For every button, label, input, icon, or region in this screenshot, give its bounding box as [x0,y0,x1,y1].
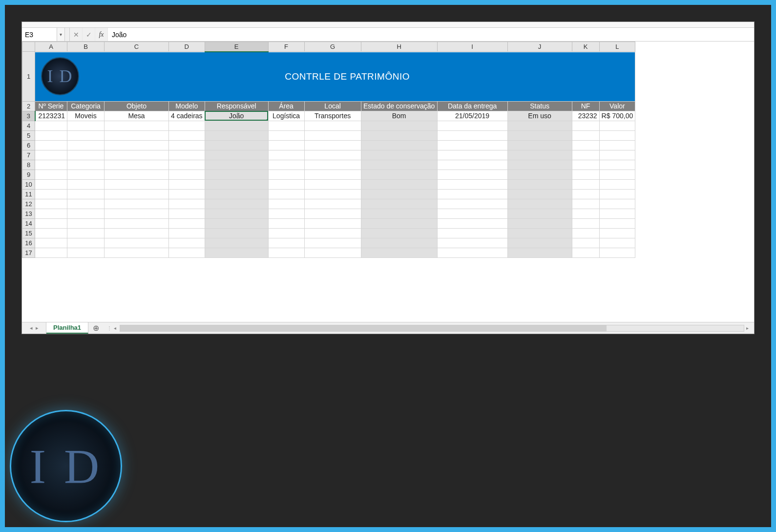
table-cell[interactable] [35,160,67,170]
fx-icon[interactable]: fx [95,28,108,41]
row-header[interactable]: 9 [22,170,35,179]
table-cell[interactable] [304,150,361,160]
table-cell[interactable] [35,170,67,179]
table-cell[interactable] [304,170,361,179]
row-header[interactable]: 10 [22,179,35,189]
table-cell[interactable] [437,228,507,238]
table-cell[interactable] [507,209,572,218]
table-cell[interactable] [268,170,304,179]
table-cell[interactable] [572,150,599,160]
table-cell[interactable] [268,150,304,160]
row-header[interactable]: 8 [22,160,35,170]
table-cell[interactable] [105,170,169,179]
table-cell[interactable] [205,160,268,170]
table-cell[interactable] [304,209,361,218]
table-cell[interactable] [205,209,268,218]
table-cell[interactable] [67,150,105,160]
table-cell[interactable] [361,150,437,160]
table-cell[interactable] [304,189,361,199]
table-cell[interactable]: 23232 [572,111,599,121]
table-cell[interactable] [361,248,437,257]
table-cell[interactable] [572,238,599,248]
table-cell[interactable] [205,228,268,238]
table-cell[interactable] [437,199,507,209]
table-cell[interactable] [35,130,67,140]
column-header[interactable]: H [361,42,437,52]
table-cell[interactable] [105,209,169,218]
table-cell[interactable] [169,130,205,140]
table-cell[interactable] [205,218,268,228]
row-header[interactable]: 1 [22,52,35,102]
row-header[interactable]: 5 [22,130,35,140]
table-cell[interactable] [67,140,105,150]
table-cell[interactable] [507,228,572,238]
table-cell[interactable] [169,199,205,209]
table-cell[interactable] [67,130,105,140]
table-cell[interactable] [205,170,268,179]
row-header[interactable]: 16 [22,238,35,248]
column-header[interactable]: E [205,42,268,52]
table-cell[interactable] [599,160,635,170]
table-cell[interactable] [268,199,304,209]
table-cell[interactable] [105,199,169,209]
table-cell[interactable] [169,248,205,257]
row-header[interactable]: 15 [22,228,35,238]
grid-area[interactable]: ABCDEFGHIJKL1I DCONTRLE DE PATRIMÔNIO2Nº… [22,42,754,322]
table-cell[interactable] [105,121,169,130]
table-cell[interactable] [572,170,599,179]
table-cell[interactable] [35,228,67,238]
table-cell[interactable] [105,189,169,199]
table-cell[interactable] [507,130,572,140]
table-cell[interactable] [35,140,67,150]
table-cell[interactable] [304,238,361,248]
table-cell[interactable] [507,170,572,179]
table-column-header[interactable]: Nº Serie [35,101,67,111]
table-cell[interactable] [169,150,205,160]
select-all-corner[interactable] [22,42,35,52]
table-cell[interactable] [572,179,599,189]
table-cell[interactable] [572,199,599,209]
table-cell[interactable] [268,238,304,248]
table-cell[interactable] [599,209,635,218]
table-cell[interactable] [507,189,572,199]
table-cell[interactable]: R$ 700,00 [599,111,635,121]
table-cell[interactable] [67,189,105,199]
table-cell[interactable]: Em uso [507,111,572,121]
table-cell[interactable] [304,140,361,150]
name-box[interactable]: E3 [22,28,57,41]
scroll-right-icon[interactable]: ▸ [746,325,750,331]
table-cell[interactable] [304,121,361,130]
table-cell[interactable] [437,248,507,257]
table-cell[interactable] [572,121,599,130]
table-column-header[interactable]: Área [268,101,304,111]
table-cell[interactable]: 2123231 [35,111,67,121]
table-cell[interactable] [304,160,361,170]
table-cell[interactable] [599,140,635,150]
table-cell[interactable] [205,121,268,130]
table-cell[interactable] [507,140,572,150]
table-cell[interactable]: João [205,111,268,121]
table-cell[interactable] [105,218,169,228]
sheet-nav-arrows[interactable]: ◂ ▸ [22,322,46,334]
table-cell[interactable] [361,228,437,238]
table-cell[interactable] [599,199,635,209]
table-cell[interactable] [437,218,507,228]
row-header[interactable]: 13 [22,209,35,218]
table-cell[interactable] [169,170,205,179]
table-cell[interactable] [437,189,507,199]
table-cell[interactable] [205,140,268,150]
table-cell[interactable] [437,179,507,189]
table-cell[interactable] [304,248,361,257]
table-cell[interactable] [437,130,507,140]
table-cell[interactable] [169,179,205,189]
table-column-header[interactable]: Status [507,101,572,111]
table-cell[interactable]: Moveis [67,111,105,121]
table-cell[interactable] [507,150,572,160]
table-cell[interactable] [268,121,304,130]
table-cell[interactable] [361,130,437,140]
table-cell[interactable] [304,199,361,209]
table-cell[interactable] [599,150,635,160]
table-cell[interactable]: Logística [268,111,304,121]
table-column-header[interactable]: Data da entrega [437,101,507,111]
table-cell[interactable] [35,218,67,228]
